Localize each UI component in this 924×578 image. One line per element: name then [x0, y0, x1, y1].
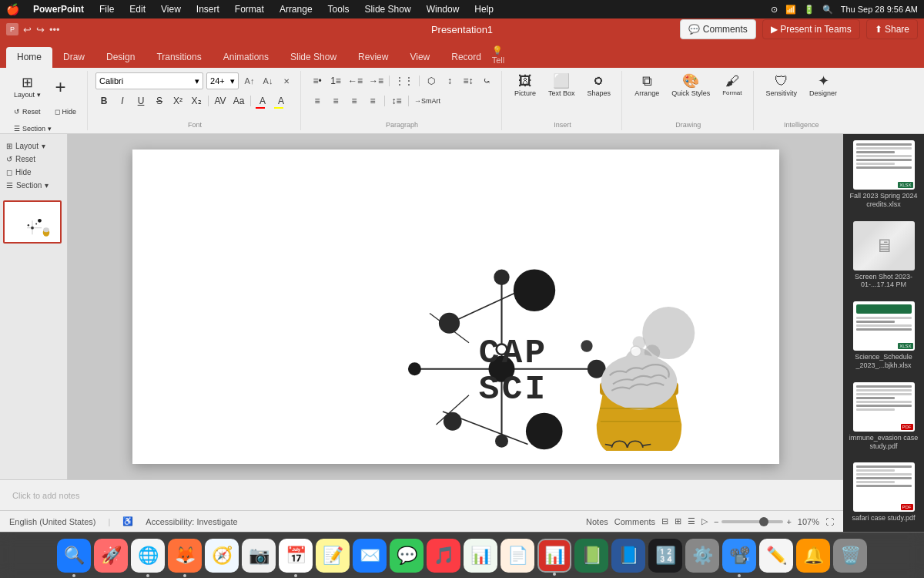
text-direction-button[interactable]: ↕	[441, 72, 458, 89]
control-center-icon[interactable]: ⊙	[771, 5, 778, 15]
view-reading-button[interactable]: ☰	[688, 516, 695, 526]
dock-finder[interactable]: 🔍	[57, 539, 91, 573]
dock-music[interactable]: 🎵	[427, 539, 460, 573]
edit-menu[interactable]: Edit	[125, 2, 150, 16]
convert-smartart-button[interactable]: ⤿	[478, 72, 495, 89]
dock-launchpad[interactable]: 🚀	[94, 539, 128, 573]
tab-transitions[interactable]: Transitions	[146, 47, 212, 68]
sensitivity-button[interactable]: 🛡 Sensitivity	[762, 71, 802, 100]
decrease-indent-button[interactable]: ←≡	[346, 72, 365, 89]
view-presenter-button[interactable]: ▷	[701, 516, 708, 526]
superscript-button[interactable]: X²	[169, 92, 186, 109]
convert-smartart2-button[interactable]: →SmArt	[412, 92, 443, 109]
hide-slide-button[interactable]: ◻ Hide	[50, 105, 82, 119]
view-slide-sorter-button[interactable]: ⊞	[675, 516, 681, 526]
justify-button[interactable]: ≡	[364, 92, 381, 109]
align-right-button[interactable]: ≡	[346, 92, 363, 109]
accessibility-status[interactable]: Accessibility: Investigate	[146, 517, 237, 526]
dock-word[interactable]: 📘	[611, 539, 645, 573]
tell-me-button[interactable]: 💡 Tell me	[492, 51, 504, 68]
view-normal-button[interactable]: ⊟	[661, 516, 668, 526]
help-menu[interactable]: Help	[470, 2, 498, 16]
section-button[interactable]: ☰ Section ▾	[9, 122, 56, 134]
clear-format-button[interactable]: ✕	[279, 73, 294, 89]
notes-bar[interactable]: Click to add notes	[0, 479, 843, 510]
designer-button[interactable]: ✦ Designer	[805, 71, 842, 100]
picture-button[interactable]: 🖼 Picture	[510, 71, 541, 100]
zoom-level[interactable]: 107%	[798, 517, 819, 526]
file-menu[interactable]: File	[95, 2, 119, 16]
dock-excel[interactable]: 📗	[574, 539, 608, 573]
tab-record[interactable]: Record	[440, 47, 492, 68]
increase-font-button[interactable]: A↑	[242, 73, 257, 89]
tab-design[interactable]: Design	[95, 47, 146, 68]
dock-calendar[interactable]: 📅	[279, 539, 313, 573]
decrease-font-button[interactable]: A↓	[260, 73, 276, 89]
more-options-button[interactable]: •••	[49, 24, 60, 35]
bold-button[interactable]: B	[95, 92, 112, 109]
share-button[interactable]: ⬆ Share	[866, 19, 918, 39]
tab-review[interactable]: Review	[347, 47, 399, 68]
section-ctrl-button[interactable]: ☰ Section ▾	[3, 180, 64, 191]
insert-menu[interactable]: Insert	[192, 2, 224, 16]
align-text-button[interactable]: ≡↕	[460, 72, 477, 89]
underline-button[interactable]: U	[132, 92, 149, 109]
dock-trash[interactable]: 🗑️	[833, 539, 867, 573]
file-item-4[interactable]: PDF immune_evasion case study.pdf	[846, 379, 921, 454]
arrange-menu[interactable]: Arrange	[275, 2, 317, 16]
tab-view[interactable]: View	[399, 47, 440, 68]
dock-photos[interactable]: 📷	[242, 539, 276, 573]
apple-icon[interactable]: 🍎	[6, 3, 19, 15]
quick-styles-button[interactable]: 🎨 Quick Styles	[667, 71, 715, 100]
shapes-button[interactable]: ⭘ Shapes	[583, 71, 616, 100]
add-smartart-button[interactable]: ⬡	[423, 72, 440, 89]
zoom-thumb[interactable]	[759, 517, 768, 526]
slideshow-menu[interactable]: Slide Show	[360, 2, 416, 16]
format-menu[interactable]: Format	[230, 2, 269, 16]
line-spacing-button[interactable]: ↕≡	[388, 92, 405, 109]
tab-animations[interactable]: Animations	[213, 47, 280, 68]
hide-ctrl-button[interactable]: ◻ Hide	[3, 166, 64, 178]
font-size-selector[interactable]: 24+ ▾	[206, 72, 239, 89]
comments-status-button[interactable]: Comments	[614, 517, 655, 526]
tools-menu[interactable]: Tools	[323, 2, 354, 16]
tab-draw[interactable]: Draw	[52, 47, 95, 68]
new-slide-button[interactable]: +	[47, 73, 75, 101]
numbering-button[interactable]: 1≡	[327, 72, 344, 89]
align-left-button[interactable]: ≡	[309, 92, 326, 109]
file-item-3[interactable]: XLSX Science_Schedule _2023_...bjkh.xlsx	[846, 298, 921, 373]
font-spacing-button[interactable]: AV	[212, 92, 229, 109]
columns-button[interactable]: ⋮⋮	[393, 72, 416, 89]
dock-powerpoint[interactable]: 📊	[537, 539, 571, 573]
zoom-out-icon[interactable]: −	[714, 517, 718, 526]
file-item-5[interactable]: PDF safari case study.pdf	[846, 459, 921, 526]
file-item-1[interactable]: XLSX Fall 2023 Spring 2024 credits.xlsx	[846, 137, 921, 212]
dock-settings[interactable]: ⚙️	[685, 539, 719, 573]
font-selector[interactable]: Calibri ▾	[95, 72, 203, 89]
text-box-button[interactable]: ⬜ Text Box	[544, 71, 580, 100]
strikethrough-button[interactable]: S	[151, 92, 168, 109]
layout-button[interactable]: ⊞ Layout ▾	[9, 72, 45, 102]
search-icon[interactable]: 🔍	[822, 5, 833, 15]
dock-chrome[interactable]: 🌐	[131, 539, 165, 573]
subscript-button[interactable]: X₂	[188, 92, 205, 109]
notes-status-button[interactable]: Notes	[586, 517, 608, 526]
zoom-control[interactable]: − +	[714, 517, 792, 526]
dock-notes[interactable]: 📝	[316, 539, 350, 573]
tab-home[interactable]: Home	[6, 47, 52, 68]
dock-safari[interactable]: 🧭	[205, 539, 239, 573]
slide-thumbnail-1[interactable]	[3, 200, 62, 244]
dock-messages[interactable]: 💬	[390, 539, 424, 573]
dock-notifications[interactable]: 🔔	[796, 539, 830, 573]
reset-button[interactable]: ↺ Reset	[9, 105, 45, 119]
arrange-button[interactable]: ⧉ Arrange	[630, 71, 664, 100]
window-menu[interactable]: Window	[422, 2, 464, 16]
dock-calculator[interactable]: 🔢	[648, 539, 682, 573]
reset-ctrl-button[interactable]: ↺ Reset	[3, 153, 64, 165]
view-menu[interactable]: View	[156, 2, 186, 16]
tab-slideshow[interactable]: Slide Show	[280, 47, 347, 68]
align-center-button[interactable]: ≡	[327, 92, 344, 109]
dock-firefox[interactable]: 🦊	[168, 539, 202, 573]
bullets-button[interactable]: ≡•	[309, 72, 326, 89]
change-case-button[interactable]: Aa	[230, 92, 247, 109]
